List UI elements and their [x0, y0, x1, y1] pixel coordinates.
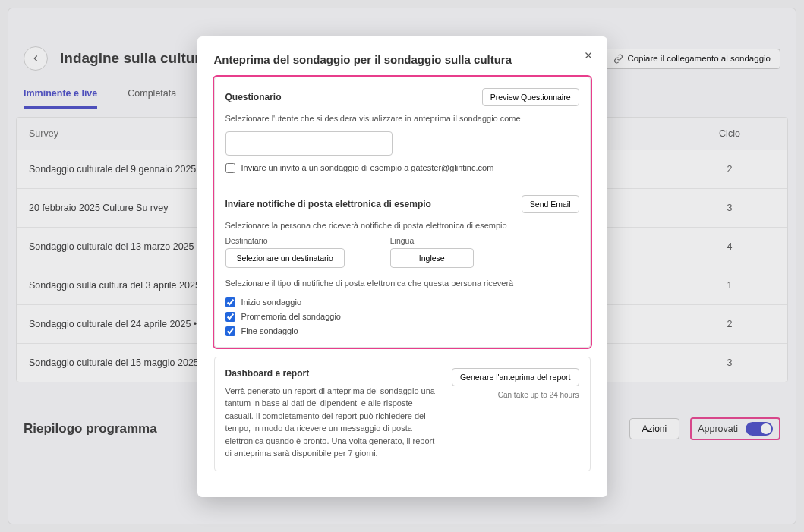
survey-start-checkbox[interactable] — [225, 297, 235, 307]
send-sample-invite-label: Inviare un invito a un sondaggio di esem… — [241, 163, 494, 172]
language-select[interactable]: Inglese — [390, 248, 474, 268]
email-heading: Inviare notifiche di posta elettronica d… — [225, 199, 431, 209]
generate-report-preview-button[interactable]: Generare l'anteprima del report — [452, 368, 579, 386]
preview-questionnaire-button[interactable]: Preview Questionnaire — [482, 88, 579, 106]
email-subtext: Selezionare la persona che riceverà noti… — [225, 219, 579, 232]
modal-overlay: Anteprima del sondaggio per il sondaggio… — [0, 0, 804, 532]
email-notifications-section: Inviare notifiche di posta elettronica d… — [214, 184, 591, 348]
survey-end-label: Fine sondaggio — [241, 326, 298, 335]
modal-title: Anteprima del sondaggio per il sondaggio… — [214, 53, 591, 66]
send-email-button[interactable]: Send Email — [522, 195, 579, 213]
survey-end-checkbox[interactable] — [225, 326, 235, 336]
preview-as-user-input[interactable] — [225, 131, 393, 156]
survey-reminder-label: Promemoria del sondaggio — [241, 312, 341, 321]
send-sample-invite-checkbox[interactable] — [225, 163, 235, 173]
questionnaire-section: Questionario Preview Questionnaire Selez… — [214, 77, 591, 184]
recipient-label: Destinatario — [225, 236, 345, 245]
close-icon — [583, 50, 594, 61]
notification-type-subtext: Selezionare il tipo di notifiche di post… — [225, 277, 579, 290]
close-button[interactable] — [580, 47, 597, 64]
survey-preview-modal: Anteprima del sondaggio per il sondaggio… — [197, 36, 607, 497]
dashboard-heading: Dashboard e report — [225, 368, 310, 379]
survey-start-label: Inizio sondaggio — [241, 297, 302, 307]
questionnaire-subtext: Selezionare l'utente che si desidera vis… — [225, 112, 579, 125]
dashboard-report-section: Dashboard e report Verrà generato un rep… — [214, 357, 591, 471]
survey-reminder-checkbox[interactable] — [225, 312, 235, 322]
dashboard-subtext: Verrà generato un report di anteprima de… — [225, 385, 443, 460]
questionnaire-heading: Questionario — [225, 92, 282, 102]
report-note: Can take up to 24 hours — [452, 391, 579, 399]
recipient-select[interactable]: Selezionare un destinatario — [225, 248, 345, 268]
language-label: Lingua — [390, 236, 474, 245]
